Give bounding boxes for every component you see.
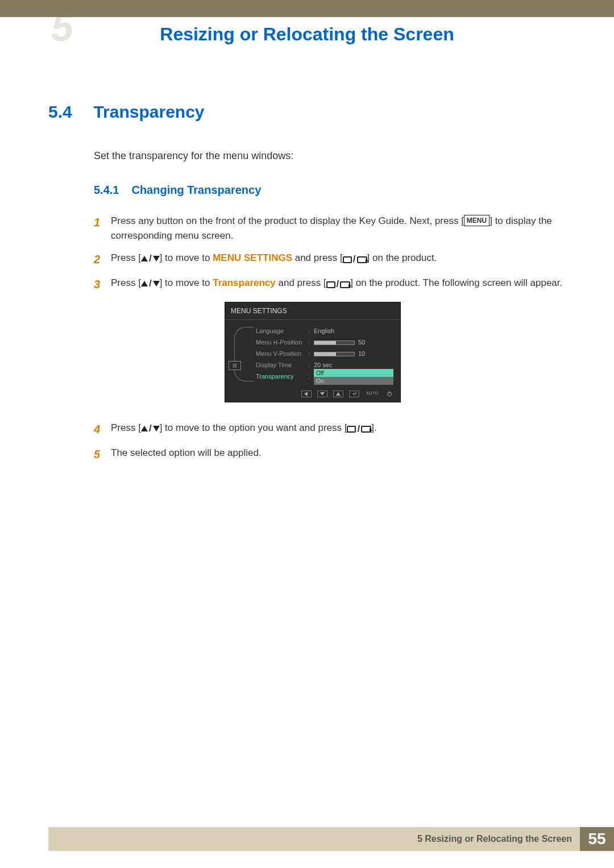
- footer: 5 Resizing or Relocating the Screen 55: [48, 827, 614, 851]
- top-bar: [0, 0, 614, 17]
- osd-slider-icon: [314, 352, 355, 356]
- step-number: 2: [94, 251, 111, 268]
- step-text: The selected option will be applied.: [111, 447, 262, 458]
- step-text: ] on the product.: [367, 252, 437, 263]
- step-5: 5 The selected option will be applied.: [94, 446, 566, 463]
- osd-slider-icon: [314, 340, 355, 345]
- osd-screenshot: MENU SETTINGS ⊟ Language: English: [225, 302, 401, 402]
- step-text: ] to move to the option you want and pre…: [160, 422, 347, 433]
- osd-nav-bar: AUTO: [225, 391, 400, 400]
- source-enter-icon: /: [326, 277, 351, 292]
- step-text: and press [: [292, 252, 343, 263]
- osd-row-vposition: Menu V-Position: 10: [256, 348, 393, 360]
- source-enter-icon: /: [347, 422, 371, 437]
- osd-row-hposition: Menu H-Position: 50: [256, 337, 393, 348]
- transparency-label: Transparency: [213, 277, 276, 288]
- up-down-icon: /: [141, 251, 160, 266]
- osd-label: Transparency: [256, 372, 308, 381]
- step-text: ] to move to: [160, 252, 213, 263]
- svg-marker-0: [304, 392, 308, 396]
- step-4: 4 Press [/] to move to the option you wa…: [94, 421, 566, 438]
- osd-value: 50: [358, 339, 365, 346]
- nav-enter-icon: [349, 391, 359, 397]
- footer-text: 5 Resizing or Relocating the Screen: [48, 827, 580, 851]
- chapter-title: Resizing or Relocating the Screen: [0, 17, 614, 45]
- subsection-number: 5.4.1: [94, 184, 129, 197]
- subsection-heading: 5.4.1 Changing Transparency: [94, 184, 566, 197]
- step-text: Press any button on the front of the pro…: [111, 215, 464, 226]
- osd-value: 10: [358, 350, 365, 357]
- step-number: 1: [94, 214, 111, 231]
- step-number: 3: [94, 276, 111, 293]
- menu-settings-label: MENU SETTINGS: [213, 252, 292, 263]
- menu-button-label: MENU: [464, 215, 489, 226]
- svg-marker-2: [336, 392, 341, 396]
- step-text: ] on the product. The following screen w…: [350, 277, 562, 288]
- up-down-icon: /: [141, 276, 160, 291]
- nav-auto-label: AUTO: [365, 391, 380, 397]
- step-number: 5: [94, 446, 111, 463]
- osd-label: Display Time: [256, 360, 308, 370]
- nav-down-icon: [317, 391, 327, 397]
- osd-value: English: [314, 326, 393, 336]
- osd-dropdown: Off On: [314, 369, 393, 385]
- step-number: 4: [94, 421, 111, 438]
- section-intro: Set the transparency for the menu window…: [94, 150, 566, 162]
- step-text: Press [: [111, 277, 141, 288]
- step-text: ] to move to: [160, 277, 213, 288]
- osd-row-language: Language: English: [256, 326, 393, 337]
- up-down-icon: /: [141, 421, 160, 436]
- osd-label: Menu V-Position: [256, 349, 308, 359]
- nav-left-icon: [301, 391, 312, 397]
- section-number: 5.4: [48, 102, 91, 122]
- osd-label: Menu H-Position: [256, 338, 308, 347]
- subsection-title: Changing Transparency: [131, 184, 261, 196]
- osd-option-off: Off: [314, 369, 393, 377]
- step-2: 2 Press [/] to move to MENU SETTINGS and…: [94, 251, 566, 268]
- page-number: 55: [580, 827, 614, 851]
- step-text: Press [: [111, 422, 141, 433]
- osd-arc-icon: [234, 327, 254, 381]
- step-3: 3 Press [/] to move to Transparency and …: [94, 276, 566, 413]
- osd-label: Language: [256, 326, 308, 336]
- nav-up-icon: [333, 391, 343, 397]
- osd-row-transparency: Transparency: Off On: [256, 371, 393, 383]
- step-1: 1 Press any button on the front of the p…: [94, 214, 566, 243]
- section-heading: 5.4 Transparency: [48, 102, 566, 122]
- source-enter-icon: /: [343, 252, 367, 267]
- section-title: Transparency: [93, 102, 204, 121]
- osd-chip-icon: ⊟: [229, 361, 241, 370]
- step-text: Press [: [111, 252, 141, 263]
- step-text: and press [: [276, 277, 326, 288]
- nav-power-icon: [385, 391, 393, 397]
- svg-marker-1: [320, 392, 325, 396]
- osd-option-on: On: [314, 377, 393, 385]
- osd-title: MENU SETTINGS: [225, 302, 400, 320]
